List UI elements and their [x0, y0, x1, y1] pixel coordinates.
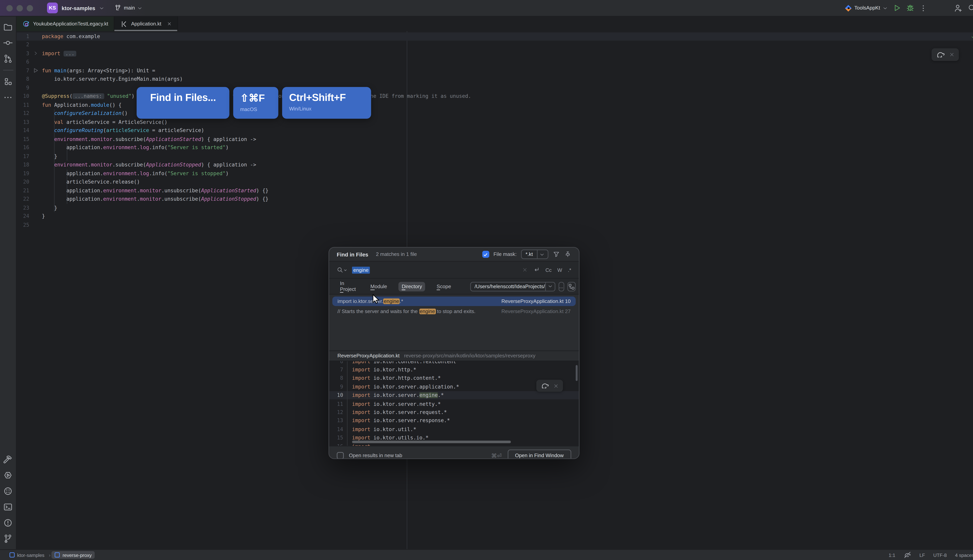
preview-vertical-scrollbar[interactable] [576, 365, 578, 381]
search-history-chevron-icon[interactable] [344, 268, 347, 272]
clear-search-icon[interactable] [523, 267, 528, 272]
tool-window-button-build[interactable] [1, 452, 15, 467]
file-mask-value: *.kt [522, 252, 537, 257]
gradle-reload-icon[interactable] [541, 382, 549, 390]
status-gradle-sync-off[interactable] [904, 551, 911, 558]
load-gradle-changes-widget[interactable] [931, 48, 959, 61]
directory-path-combo[interactable]: /Users/helenscott/IdeaProjects/ktor [470, 282, 555, 291]
scope-option-in-project[interactable]: In Project [337, 278, 359, 294]
code-with-me-button[interactable] [954, 3, 963, 12]
preview-line-13[interactable]: 13import io.ktor.server.response.* [329, 417, 579, 425]
code-line-6[interactable]: 6 [17, 58, 973, 66]
code-line-14[interactable]: 14 configureRouting(articleService = art… [17, 127, 973, 135]
tool-window-button-structure[interactable] [1, 75, 15, 89]
fold-imports-icon[interactable] [33, 51, 38, 56]
preview-horizontal-scrollbar[interactable] [352, 441, 511, 443]
code-line-7[interactable]: 7fun main(args: Array<String>): Unit = [17, 66, 973, 75]
preview-line-14[interactable]: 14import io.ktor.util.* [329, 425, 579, 434]
breadcrumb-reverse-proxy[interactable]: reverse-proxy [52, 551, 95, 558]
scope-option-scope[interactable]: Scope [433, 282, 455, 291]
preview-line-10[interactable]: 10import io.ktor.server.engine.* [329, 391, 579, 400]
search-everywhere-button[interactable] [968, 4, 973, 12]
tool-window-button-services[interactable] [1, 468, 15, 482]
tool-window-button-pull-requests[interactable] [1, 52, 15, 66]
dialog-header[interactable]: Find in Files 2 matches in 1 file File m… [329, 248, 579, 261]
code-line-23[interactable]: 23 } [17, 203, 973, 212]
code-line-21[interactable]: 21 application.environment.monitor.unsub… [17, 186, 973, 195]
pin-icon[interactable] [564, 251, 571, 258]
tool-window-button-dependencies[interactable] [1, 484, 15, 498]
preview-line-12[interactable]: 12import io.ktor.server.request.* [329, 408, 579, 417]
code-line-22[interactable]: 22 application.environment.monitor.unsub… [17, 195, 973, 203]
code-line-20[interactable]: 20 articleService.release() [17, 178, 973, 186]
load-gradle-changes-widget[interactable] [536, 380, 563, 392]
close-icon[interactable] [949, 52, 954, 57]
code-line-25[interactable]: 25 [17, 221, 973, 229]
code-text: import io.ktor.http.content.* [347, 374, 441, 383]
match-case-toggle[interactable]: Cc [545, 267, 552, 273]
tool-window-button-project[interactable] [1, 20, 15, 34]
code-line-18[interactable]: 18 environment.monitor.subscribe(Applica… [17, 161, 973, 169]
status-indent-style[interactable]: 4 spaces [955, 552, 973, 558]
filter-icon[interactable] [553, 251, 560, 258]
regex-toggle[interactable]: .* [568, 267, 571, 273]
toggle-directory-tree-button[interactable] [567, 282, 575, 291]
project-widget[interactable]: KS ktor-samples [47, 3, 104, 13]
status-caret-position[interactable]: 1:1 [889, 552, 895, 558]
preview-editor[interactable]: 6import io.ktor.content.TextContent7impo… [329, 361, 579, 446]
status-line-separator[interactable]: LF [920, 552, 925, 558]
tool-window-button-terminal[interactable] [1, 500, 15, 514]
run-configuration-selector[interactable]: ToolsAppKt [844, 4, 888, 12]
code-line-17[interactable]: 17 } [17, 152, 973, 161]
editor-tab-YoukubeApplicationTestLegacy.kt[interactable]: YoukubeApplicationTestLegacy.kt [17, 17, 115, 31]
browse-directory-button[interactable]: ... [558, 282, 564, 291]
vcs-branch-widget[interactable]: main [114, 5, 143, 12]
search-input-value[interactable]: engine [352, 267, 370, 273]
window-controls[interactable] [7, 5, 33, 11]
preview-line-7[interactable]: 7import io.ktor.http.* [329, 365, 579, 374]
code-line-2[interactable]: 2 [17, 41, 973, 49]
scope-option-module[interactable]: Module [367, 282, 390, 291]
code-line-15[interactable]: 15 environment.monitor.subscribe(Applica… [17, 135, 973, 143]
code-line-13[interactable]: 13 val articleService = ArticleService() [17, 118, 973, 127]
search-result-row[interactable]: // Starts the server and waits for the e… [333, 307, 576, 316]
tool-window-button-commit[interactable] [1, 36, 15, 50]
open-in-find-window-button[interactable]: Open in Find Window [507, 450, 571, 459]
code-line-1[interactable]: 1package com.example [17, 32, 973, 41]
search-field[interactable]: engine Cc W .* [329, 261, 579, 278]
line-number: 9 [329, 384, 343, 390]
tab-close-icon[interactable] [167, 22, 171, 26]
preview-line-6[interactable]: 6import io.ktor.content.TextContent [329, 361, 579, 366]
search-result-row[interactable]: import io.ktor.server.engine.*ReversePro… [333, 297, 576, 306]
code-line-24[interactable]: 24} [17, 212, 973, 221]
inspections-ok-icon[interactable] [971, 33, 973, 39]
run-line-icon[interactable] [32, 67, 39, 74]
more-actions-button[interactable] [920, 4, 927, 12]
tool-window-button-version-control[interactable] [1, 532, 15, 546]
line-number: 22 [17, 197, 29, 202]
file-mask-checkbox[interactable] [482, 251, 489, 258]
new-line-icon[interactable] [533, 267, 540, 273]
close-icon[interactable] [553, 383, 558, 388]
editor-tab-Application.kt[interactable]: Application.kt [115, 17, 178, 31]
preview-line-11[interactable]: 11import io.ktor.server.netty.* [329, 400, 579, 408]
chevron-down-icon[interactable] [537, 252, 546, 257]
file-mask-combo[interactable]: *.kt [521, 250, 548, 259]
code-text: environment.monitor.subscribe(Applicatio… [42, 162, 256, 168]
run-button[interactable] [893, 4, 901, 12]
tool-window-button-more[interactable] [1, 90, 15, 104]
debug-button[interactable] [906, 4, 914, 12]
scope-option-directory[interactable]: Directory [398, 282, 425, 291]
whole-words-toggle[interactable]: W [557, 267, 562, 273]
code-line-19[interactable]: 19 application.environment.log.info("Ser… [17, 169, 973, 178]
mouse-cursor [372, 294, 380, 305]
breadcrumb-ktor-samples[interactable]: ktor-samples [7, 551, 48, 558]
chevron-down-icon[interactable] [546, 284, 555, 289]
status-file-encoding[interactable]: UTF-8 [933, 552, 947, 558]
code-line-8[interactable]: 8 io.ktor.server.netty.EngineMain.main(a… [17, 75, 973, 83]
code-line-16[interactable]: 16 application.environment.log.info("Ser… [17, 143, 973, 152]
gradle-reload-icon[interactable] [936, 50, 945, 59]
code-line-3[interactable]: 3import ... [17, 49, 973, 58]
open-results-in-new-tab-checkbox[interactable] [337, 452, 344, 459]
tool-window-button-problems[interactable] [1, 516, 15, 530]
